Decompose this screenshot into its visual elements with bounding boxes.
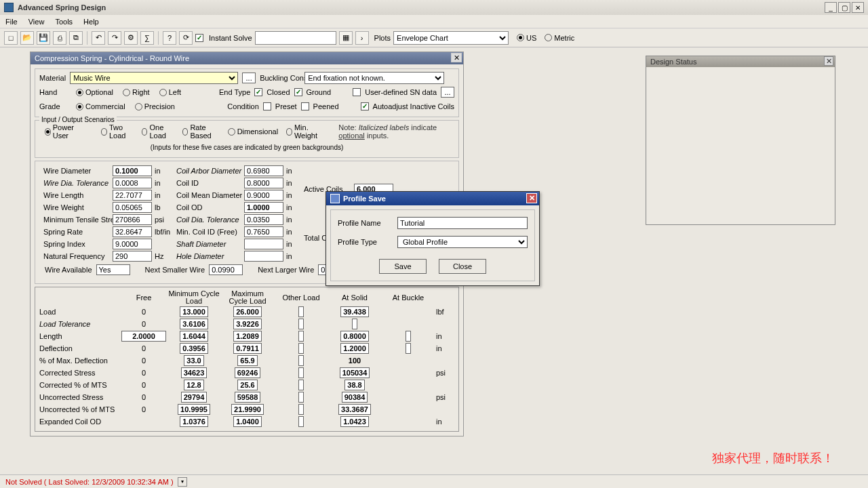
menu-help[interactable]: Help xyxy=(83,18,99,26)
table-cell[interactable]: 3.9226 xyxy=(233,319,262,329)
panel-close-icon[interactable]: ✕ xyxy=(451,53,462,62)
toolbar-address[interactable] xyxy=(255,31,336,45)
table-cell[interactable]: 10.9995 xyxy=(178,404,210,415)
table-cell[interactable]: 59588 xyxy=(235,392,261,403)
table-cell[interactable]: 39.438 xyxy=(340,306,369,317)
mts-input[interactable] xyxy=(113,214,152,225)
io-dim-radio[interactable] xyxy=(228,128,235,136)
table-cell[interactable]: 0.8000 xyxy=(340,331,369,342)
table-cell[interactable]: 33.0 xyxy=(184,355,203,366)
coil-id-input[interactable] xyxy=(244,178,283,188)
coil-mean-input[interactable] xyxy=(244,190,283,201)
preset-check[interactable] xyxy=(263,102,271,110)
calc-icon[interactable]: ∑ xyxy=(140,31,154,45)
go-icon[interactable]: ▦ xyxy=(339,31,353,45)
grade-commercial-radio[interactable] xyxy=(76,103,83,110)
menu-tools[interactable]: Tools xyxy=(55,18,73,26)
table-cell[interactable]: 25.6 xyxy=(237,380,257,390)
table-cell[interactable]: 38.8 xyxy=(344,380,364,390)
closed-check[interactable] xyxy=(254,88,262,96)
coil-od-input[interactable] xyxy=(244,202,283,213)
io-rate-radio[interactable] xyxy=(182,128,189,136)
wire-weight-input[interactable] xyxy=(113,202,152,213)
table-cell[interactable] xyxy=(298,416,304,427)
peened-check[interactable] xyxy=(301,102,309,110)
wire-length-input[interactable] xyxy=(113,190,152,201)
hole-dia-input[interactable] xyxy=(244,251,283,262)
menu-view[interactable]: View xyxy=(28,18,45,26)
material-select[interactable]: Music Wire xyxy=(70,72,238,84)
next-smaller-input[interactable] xyxy=(209,264,243,275)
save-icon[interactable]: 💾 xyxy=(37,31,50,45)
table-cell[interactable] xyxy=(352,319,357,329)
table-cell[interactable] xyxy=(298,392,304,403)
table-cell[interactable] xyxy=(298,367,304,378)
table-cell[interactable]: 34623 xyxy=(181,367,208,378)
table-cell[interactable]: 33.3687 xyxy=(338,404,371,415)
io-minw-radio[interactable] xyxy=(286,128,292,136)
coil-dia-tol-input[interactable] xyxy=(244,214,283,225)
undo-icon[interactable]: ↶ xyxy=(92,31,105,45)
table-cell[interactable]: 1.2089 xyxy=(233,331,262,342)
close-button[interactable]: Close xyxy=(439,259,486,274)
io-power-radio[interactable] xyxy=(45,128,51,136)
profile-type-select[interactable]: Global Profile xyxy=(397,236,528,248)
table-cell[interactable] xyxy=(298,331,304,342)
io-two-radio[interactable] xyxy=(101,128,107,136)
print-icon[interactable]: ⎙ xyxy=(53,31,66,45)
units-metric-radio[interactable] xyxy=(545,34,552,41)
table-cell[interactable] xyxy=(298,380,304,390)
table-cell[interactable]: 1.0423 xyxy=(340,416,369,427)
buckling-select[interactable]: End fixation not known. xyxy=(304,72,444,84)
wire-available-input[interactable] xyxy=(96,264,130,275)
save-button[interactable]: Save xyxy=(379,259,427,274)
table-cell[interactable]: 2.0000 xyxy=(121,331,166,342)
hand-right-radio[interactable] xyxy=(123,89,130,96)
table-cell[interactable] xyxy=(298,319,304,329)
user-sn-browse-button[interactable]: ... xyxy=(441,87,454,98)
profile-name-input[interactable] xyxy=(397,217,528,229)
help-icon[interactable]: ? xyxy=(163,31,176,45)
grade-precision-radio[interactable] xyxy=(135,103,142,110)
instant-solve-check[interactable] xyxy=(195,34,203,42)
options-icon[interactable]: ⚙ xyxy=(124,31,138,45)
units-us-radio[interactable] xyxy=(517,34,524,41)
min-coil-id-input[interactable] xyxy=(244,226,283,237)
design-status-close-icon[interactable]: ✕ xyxy=(824,56,833,66)
table-cell[interactable]: 90384 xyxy=(342,392,368,403)
open-icon[interactable]: 📂 xyxy=(20,31,34,45)
table-cell[interactable] xyxy=(406,343,411,354)
copy-icon[interactable]: ⧉ xyxy=(69,31,83,45)
table-cell[interactable]: 105034 xyxy=(340,367,370,378)
table-cell[interactable]: 69246 xyxy=(235,367,261,378)
shaft-dia-input[interactable] xyxy=(244,239,283,249)
table-cell[interactable]: 29794 xyxy=(181,392,208,403)
table-cell[interactable] xyxy=(298,306,304,317)
autoadjust-check[interactable] xyxy=(361,102,369,110)
maximize-button[interactable]: ▢ xyxy=(838,2,850,13)
redo-icon[interactable]: ↷ xyxy=(108,31,121,45)
table-cell[interactable]: 0.7911 xyxy=(233,343,262,354)
user-sn-check[interactable] xyxy=(353,88,361,96)
table-cell[interactable]: 12.8 xyxy=(184,380,203,390)
nat-freq-input[interactable] xyxy=(113,251,152,262)
close-button[interactable]: ✕ xyxy=(852,2,864,13)
hand-left-radio[interactable] xyxy=(159,89,167,96)
table-cell[interactable]: 1.2000 xyxy=(340,343,369,354)
refresh-icon[interactable]: ⟳ xyxy=(179,31,193,45)
table-cell[interactable]: 1.0376 xyxy=(180,416,208,427)
table-cell[interactable]: 21.9990 xyxy=(231,404,264,415)
coil-arbor-input[interactable] xyxy=(244,165,283,176)
table-cell[interactable]: 3.6106 xyxy=(180,319,208,329)
hand-optional-radio[interactable] xyxy=(76,89,83,96)
wire-dia-tol-input[interactable] xyxy=(113,178,152,188)
io-one-radio[interactable] xyxy=(142,128,148,136)
table-cell[interactable] xyxy=(406,331,411,342)
table-cell[interactable]: 1.6044 xyxy=(180,331,208,342)
material-browse-button[interactable]: ... xyxy=(242,73,256,83)
spring-rate-input[interactable] xyxy=(113,226,152,237)
table-cell[interactable] xyxy=(298,355,304,366)
dialog-close-icon[interactable]: ✕ xyxy=(526,193,537,203)
table-cell[interactable] xyxy=(298,404,304,415)
spring-index-input[interactable] xyxy=(113,239,152,249)
